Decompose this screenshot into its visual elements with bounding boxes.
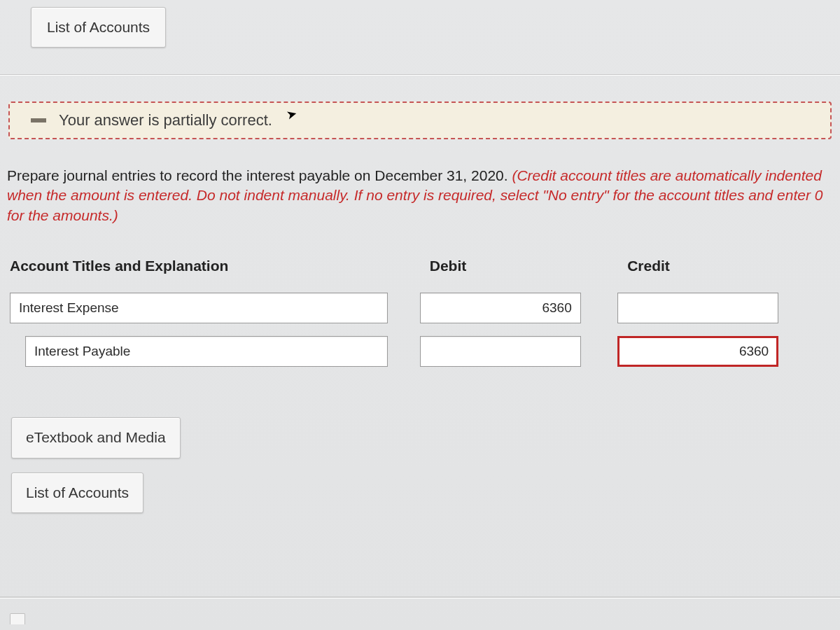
feedback-text: Your answer is partially correct. xyxy=(59,110,272,131)
credit-input[interactable] xyxy=(617,293,778,323)
cursor-icon: ➤ xyxy=(284,105,299,124)
account-title-input[interactable] xyxy=(25,336,388,367)
header-debit: Debit xyxy=(416,251,613,288)
prompt-main: Prepare journal entries to record the in… xyxy=(7,167,512,183)
section-handle[interactable] xyxy=(10,613,25,624)
etextbook-button[interactable]: eTextbook and Media xyxy=(11,417,181,458)
feedback-banner: Your answer is partially correct. ➤ xyxy=(8,102,832,139)
account-title-input[interactable] xyxy=(10,293,388,323)
question-panel: List of Accounts Your answer is partiall… xyxy=(0,0,840,630)
table-row xyxy=(6,332,833,375)
header-credit: Credit xyxy=(613,251,833,288)
table-row xyxy=(6,288,833,332)
header-account: Account Titles and Explanation xyxy=(6,251,416,288)
minus-icon xyxy=(31,118,46,122)
debit-input[interactable] xyxy=(420,293,581,323)
list-of-accounts-button-top[interactable]: List of Accounts xyxy=(31,7,166,48)
divider xyxy=(0,596,840,598)
list-of-accounts-button-bottom[interactable]: List of Accounts xyxy=(11,472,144,513)
divider xyxy=(0,74,840,75)
debit-input[interactable] xyxy=(420,336,581,367)
top-tab-row: List of Accounts xyxy=(0,0,840,48)
journal-entry-table: Account Titles and Explanation Debit Cre… xyxy=(0,232,840,375)
credit-input[interactable] xyxy=(617,336,778,367)
resource-buttons: eTextbook and Media List of Accounts xyxy=(0,375,182,513)
question-prompt: Prepare journal entries to record the in… xyxy=(0,139,840,232)
